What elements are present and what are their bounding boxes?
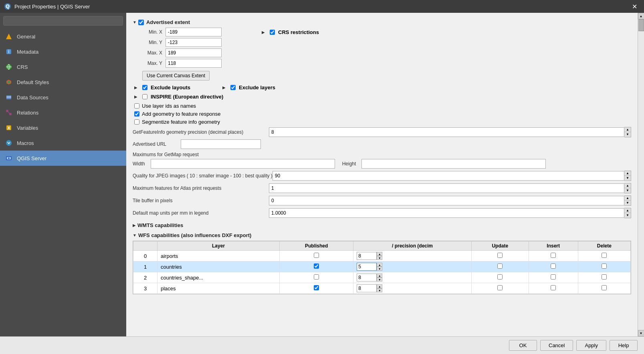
- sidebar-item-variables[interactable]: x Variables: [0, 120, 126, 135]
- advertised-extent-arrow[interactable]: ▼: [133, 20, 137, 24]
- row-published-3-checkbox[interactable]: [314, 285, 319, 290]
- row-published-2-checkbox[interactable]: [314, 274, 319, 280]
- jpeg-quality-spin-down[interactable]: ▼: [624, 176, 631, 181]
- row-delete-1-checkbox[interactable]: [602, 263, 607, 269]
- wmts-header[interactable]: ▶ WMTS capabilities: [133, 222, 631, 228]
- precision-3-up[interactable]: ▲: [377, 284, 382, 288]
- inspire-arrow[interactable]: ▶: [134, 95, 137, 99]
- sidebar-item-metadata[interactable]: i Metadata: [0, 44, 126, 59]
- row-insert-2: [529, 272, 578, 283]
- cancel-button[interactable]: Cancel: [540, 340, 573, 351]
- inspire-checkbox[interactable]: [142, 94, 147, 99]
- apply-button[interactable]: Apply: [576, 340, 606, 351]
- help-button[interactable]: Help: [610, 340, 638, 351]
- sidebar-item-qgis-server[interactable]: QGIS Server: [0, 151, 126, 166]
- sidebar-item-default-styles[interactable]: Default Styles: [0, 74, 126, 90]
- jpeg-quality-spin-up[interactable]: ▲: [624, 171, 631, 176]
- default-map-units-spin-down[interactable]: ▼: [624, 213, 631, 218]
- scroll-thumb[interactable]: [638, 19, 644, 31]
- tile-buffer-spin-up[interactable]: ▲: [624, 196, 631, 201]
- wfs-arrow[interactable]: ▼: [133, 233, 137, 237]
- exclude-layers-arrow[interactable]: ▶: [222, 85, 226, 90]
- getfeatureinfo-input[interactable]: [269, 127, 624, 137]
- jpeg-quality-input[interactable]: [273, 171, 624, 181]
- sidebar-item-general[interactable]: General: [0, 29, 126, 44]
- precision-3-down[interactable]: ▼: [377, 288, 382, 292]
- precision-2-up[interactable]: ▲: [377, 274, 382, 278]
- segmentize-checkbox[interactable]: [134, 119, 139, 125]
- max-features-input[interactable]: [269, 183, 624, 193]
- row-update-1-checkbox[interactable]: [497, 263, 503, 269]
- crs-restrictions-arrow[interactable]: ▶: [262, 30, 265, 34]
- default-map-units-spin-up[interactable]: ▲: [624, 208, 631, 213]
- width-input[interactable]: [151, 159, 335, 169]
- sidebar-item-relations[interactable]: Relations: [0, 105, 126, 120]
- row-insert-3-checkbox[interactable]: [551, 285, 556, 290]
- precision-0-input[interactable]: [357, 252, 377, 260]
- use-layer-ids-checkbox[interactable]: [134, 103, 139, 109]
- precision-3-input[interactable]: [357, 284, 377, 292]
- row-delete-2-checkbox[interactable]: [602, 274, 607, 280]
- scroll-track[interactable]: [638, 19, 644, 330]
- row-update-3-checkbox[interactable]: [497, 285, 503, 290]
- tile-buffer-row: Tile buffer in pixels ▲ ▼: [133, 195, 631, 206]
- precision-1-input[interactable]: [357, 263, 377, 271]
- precision-0-down[interactable]: ▼: [377, 256, 382, 260]
- row-delete-0-checkbox[interactable]: [602, 253, 607, 258]
- scroll-down-arrow[interactable]: ▼: [638, 330, 644, 336]
- sidebar-item-data-sources[interactable]: Data Sources: [0, 90, 126, 105]
- sidebar-item-crs[interactable]: CRS: [0, 59, 126, 74]
- exclude-layouts-checkbox[interactable]: [142, 85, 147, 90]
- add-geometry-checkbox[interactable]: [134, 111, 139, 117]
- right-scrollbar[interactable]: ▲ ▼: [638, 13, 644, 336]
- svg-marker-3: [6, 34, 12, 39]
- precision-1-up[interactable]: ▲: [377, 263, 382, 267]
- precision-2-down[interactable]: ▼: [377, 278, 382, 282]
- height-input[interactable]: [361, 159, 546, 169]
- precision-2-input[interactable]: [357, 274, 377, 282]
- default-map-units-input[interactable]: [269, 208, 624, 218]
- getfeatureinfo-spinbox: ▲ ▼: [269, 127, 631, 137]
- wfs-header[interactable]: ▼ WFS capabilities (also influences DXF …: [133, 232, 631, 238]
- search-input[interactable]: [3, 16, 123, 26]
- row-published-2: [280, 272, 353, 283]
- row-delete-2: [578, 272, 630, 283]
- row-insert-2-checkbox[interactable]: [551, 274, 556, 280]
- ok-button[interactable]: OK: [509, 340, 537, 351]
- row-insert-1-checkbox[interactable]: [551, 263, 556, 269]
- max-y-input[interactable]: [166, 59, 222, 68]
- min-x-input[interactable]: [166, 28, 222, 36]
- default-map-units-spinbox: ▲ ▼: [269, 208, 631, 218]
- close-button[interactable]: ✕: [629, 1, 640, 12]
- exclude-layouts-arrow[interactable]: ▶: [134, 85, 137, 90]
- advertised-extent-checkbox[interactable]: [138, 20, 144, 25]
- max-x-input[interactable]: [166, 48, 222, 57]
- row-insert-0-checkbox[interactable]: [551, 253, 556, 258]
- min-y-input[interactable]: [166, 38, 222, 47]
- max-features-spin-down[interactable]: ▼: [624, 188, 631, 193]
- window-title: Project Properties | QGIS Server: [14, 4, 629, 10]
- exclude-layers-checkbox[interactable]: [230, 85, 236, 90]
- row-published-0-checkbox[interactable]: [314, 253, 319, 258]
- advertised-url-input[interactable]: [181, 139, 261, 149]
- row-update-0-checkbox[interactable]: [497, 253, 503, 258]
- row-delete-3-checkbox[interactable]: [602, 285, 607, 290]
- row-update-2: [471, 272, 529, 283]
- svg-rect-10: [6, 95, 11, 99]
- tile-buffer-spin-down[interactable]: ▼: [624, 201, 631, 205]
- precision-1-down[interactable]: ▼: [377, 267, 382, 271]
- row-update-2-checkbox[interactable]: [497, 274, 503, 280]
- crs-restrictions-checkbox[interactable]: [270, 30, 275, 35]
- getfeatureinfo-spin-up[interactable]: ▲: [624, 127, 631, 132]
- tile-buffer-input[interactable]: [269, 196, 624, 205]
- scroll-up-arrow[interactable]: ▲: [638, 13, 644, 19]
- sidebar-item-macros[interactable]: Macros: [0, 135, 126, 151]
- sidebar-item-label-styles: Default Styles: [17, 79, 49, 85]
- getfeatureinfo-spin-down[interactable]: ▼: [624, 132, 631, 137]
- row-published-1-checkbox[interactable]: [314, 263, 319, 269]
- wmts-arrow[interactable]: ▶: [133, 223, 136, 227]
- max-features-spin-up[interactable]: ▲: [624, 183, 631, 188]
- precision-0-up[interactable]: ▲: [377, 252, 382, 256]
- add-geometry-label: Add geometry to feature response: [142, 111, 221, 117]
- use-canvas-extent-button[interactable]: Use Current Canvas Extent: [142, 71, 210, 80]
